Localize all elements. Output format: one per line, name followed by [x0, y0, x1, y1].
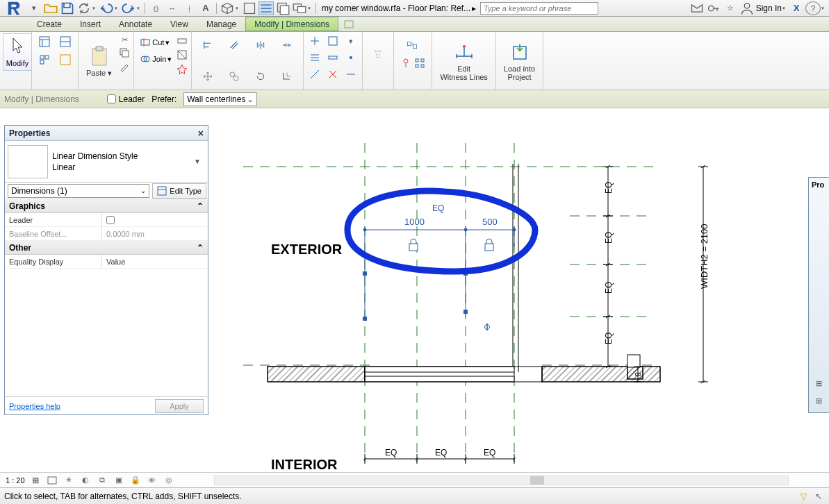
print-icon[interactable]: ⎙: [148, 1, 163, 15]
move-icon[interactable]: [196, 66, 220, 87]
prop-equality-display[interactable]: Equality DisplayValue: [5, 255, 208, 269]
visual-style-icon[interactable]: [46, 475, 58, 486]
grid-tool-a1[interactable]: [306, 33, 323, 49]
tab-insert[interactable]: Insert: [71, 17, 110, 31]
signin-link[interactable]: Sign In: [756, 3, 782, 13]
reveal-icon[interactable]: ◎: [163, 475, 175, 486]
search-input[interactable]: [480, 2, 598, 15]
lock-icon[interactable]: [485, 239, 493, 251]
sync-icon[interactable]: [76, 1, 92, 15]
type-drop-icon[interactable]: ▼: [194, 158, 205, 165]
paste-button[interactable]: Paste ▾: [81, 33, 117, 88]
tab-manage[interactable]: Manage: [197, 17, 245, 31]
grid-tool-b1[interactable]: [306, 50, 323, 65]
drawing-canvas[interactable]: EXTERIOR INTERIOR 1000 500 EQ EQ EQ EQ E…: [208, 108, 808, 472]
copy-icon[interactable]: [222, 66, 246, 87]
tab-annotate[interactable]: Annotate: [110, 17, 161, 31]
open-icon[interactable]: [43, 1, 58, 15]
user-icon[interactable]: [739, 1, 755, 15]
match-type-icon[interactable]: [118, 60, 131, 73]
subscription-icon[interactable]: [689, 1, 705, 15]
tab-view[interactable]: View: [161, 17, 197, 31]
split-icon[interactable]: [275, 35, 299, 56]
edit-type-button[interactable]: Edit Type: [152, 183, 206, 199]
modify-button[interactable]: Modify: [3, 33, 32, 71]
right-palette-collapsed[interactable]: Pro ⊞⊞: [808, 177, 829, 413]
offset-icon[interactable]: [222, 35, 246, 56]
redo-icon[interactable]: [121, 1, 136, 15]
prefer-select[interactable]: Wall centerlines: [183, 92, 257, 106]
type-selector[interactable]: Linear Dimension StyleLinear ▼: [5, 141, 208, 183]
apply-button[interactable]: Apply: [155, 399, 204, 413]
instance-selector[interactable]: Dimensions (1)⌄: [8, 184, 149, 198]
expand-plus-icon[interactable]: ⊞: [816, 379, 822, 388]
demolish-icon[interactable]: [176, 62, 188, 75]
close-hidden-icon[interactable]: [275, 1, 290, 15]
group-other[interactable]: Other⌃: [5, 241, 208, 255]
temp-hide-icon[interactable]: 👁: [146, 475, 158, 486]
status-cursor-icon[interactable]: ↖: [812, 491, 825, 502]
grid-tool-a2[interactable]: [325, 33, 341, 49]
grid-tool-c3[interactable]: [343, 67, 359, 82]
pin-icon[interactable]: [400, 57, 412, 69]
app-menu-drop-icon[interactable]: ▾: [26, 1, 42, 15]
measure-icon[interactable]: ↔: [165, 1, 180, 15]
join-geometry-button[interactable]: Join ▾: [138, 51, 173, 67]
type-properties-icon[interactable]: [56, 33, 75, 50]
properties-help-link[interactable]: Properties help: [9, 402, 60, 410]
scale-button[interactable]: 1 : 20: [6, 476, 25, 485]
dimension-icon[interactable]: ⟊: [181, 1, 197, 15]
status-filter-icon[interactable]: ▽: [797, 491, 810, 502]
copy-clipboard-icon[interactable]: [118, 47, 131, 59]
revit-logo[interactable]: [3, 1, 25, 16]
undo-icon[interactable]: [99, 1, 114, 15]
lock-icon[interactable]: [409, 239, 418, 251]
align-icon[interactable]: [196, 35, 220, 56]
expand-plus-icon-2[interactable]: ⊞: [816, 396, 822, 405]
family-types-icon[interactable]: [35, 51, 54, 68]
save-icon[interactable]: [60, 1, 75, 15]
sun-path-icon[interactable]: ☀: [63, 475, 75, 486]
crop-view-icon[interactable]: ⧉: [96, 475, 108, 486]
thin-lines-icon[interactable]: [258, 1, 274, 15]
group-graphics[interactable]: Graphics⌃: [5, 199, 208, 213]
grid-tool-c1[interactable]: [306, 67, 323, 82]
palette-close-icon[interactable]: ×: [198, 128, 204, 139]
load-into-project-button[interactable]: Load into Project: [499, 33, 540, 88]
star-icon[interactable]: ☆: [723, 1, 738, 15]
create-group-icon[interactable]: [400, 36, 425, 54]
shadows-icon[interactable]: ◐: [79, 475, 92, 486]
cope-icon[interactable]: [176, 35, 188, 47]
horizontal-scrollbar[interactable]: [214, 476, 789, 485]
array-icon[interactable]: [413, 57, 426, 69]
properties-icon[interactable]: [35, 33, 54, 50]
split-face-icon[interactable]: [176, 49, 188, 61]
signin-drop-icon[interactable]: ▼: [782, 6, 787, 10]
cut-clipboard-icon[interactable]: ✂: [118, 35, 131, 45]
tab-extra-icon[interactable]: [338, 17, 359, 31]
crop-region-icon[interactable]: ▣: [113, 475, 125, 486]
grid-tool-c2[interactable]: [325, 67, 341, 82]
section-icon[interactable]: [242, 1, 257, 15]
switch-windows-icon[interactable]: [292, 1, 307, 15]
grid-tool-a3[interactable]: ▾: [343, 33, 359, 49]
project-units-icon[interactable]: [56, 51, 75, 68]
lock-view-icon[interactable]: 🔒: [129, 475, 142, 486]
grid-tool-b2[interactable]: [325, 50, 341, 65]
tab-modify-dimensions[interactable]: Modify | Dimensions: [245, 17, 338, 31]
text-icon[interactable]: A: [198, 1, 213, 15]
keys-icon[interactable]: [706, 1, 721, 15]
flip-control-icon[interactable]: [484, 324, 490, 330]
edit-witness-lines-button[interactable]: Edit Witness Lines: [435, 33, 492, 88]
leader-checkbox[interactable]: Leader: [107, 94, 145, 104]
measure-panel-icon[interactable]: [366, 33, 391, 75]
help-icon[interactable]: ?: [805, 1, 821, 15]
trim-icon[interactable]: [275, 66, 299, 87]
exchange-icon[interactable]: X: [789, 1, 804, 15]
3d-view-icon[interactable]: [220, 1, 235, 15]
mirror-icon[interactable]: [249, 35, 272, 56]
grid-tool-b3[interactable]: [343, 50, 359, 65]
detail-level-icon[interactable]: ▦: [29, 475, 42, 486]
tab-create[interactable]: Create: [28, 17, 71, 31]
cut-geometry-button[interactable]: Cut ▾: [138, 35, 173, 50]
